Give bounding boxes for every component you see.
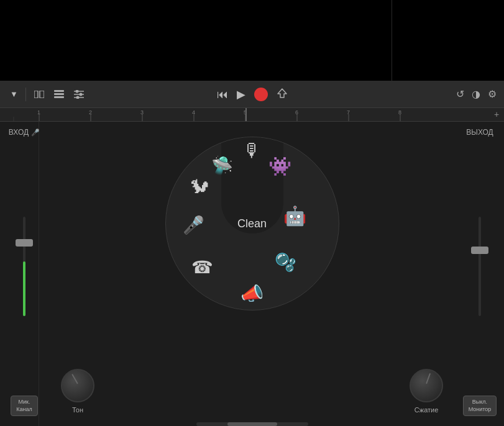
svg-text:7: 7	[347, 109, 350, 116]
tone-knob-group: Тон	[61, 369, 94, 414]
input-slider-fill	[23, 261, 25, 316]
sliders-icon	[74, 90, 84, 99]
layout-btn[interactable]	[31, 86, 47, 102]
compression-knob-label: Сжатие	[415, 406, 439, 414]
voice-icon-megaphone[interactable]: 📣	[241, 283, 263, 304]
compression-knob-group: Сжатие	[410, 369, 443, 414]
list-icon	[54, 90, 64, 99]
dropdown-button[interactable]: ▼	[7, 88, 21, 100]
output-slider-track[interactable]	[479, 217, 481, 316]
list-btn[interactable]	[51, 86, 67, 102]
voice-icon-alien[interactable]: 🛸	[211, 155, 233, 176]
voice-icon-squirrel[interactable]: 🐿	[190, 176, 209, 197]
mic-label: Мик.	[19, 399, 30, 405]
svg-text:8: 8	[398, 109, 401, 116]
voice-icon-robot[interactable]: 🤖	[283, 205, 306, 227]
svg-text:4: 4	[192, 109, 195, 116]
app-container: ▼	[0, 0, 504, 426]
ruler-svg: 1 2 3 4 5 6 7 8 +	[0, 108, 504, 122]
toolbar-right: ↺ ◑ ⚙	[456, 88, 497, 100]
channel-label: Канал	[16, 406, 32, 412]
monitor-button[interactable]: Выкл. Монитор	[463, 396, 497, 416]
toolbar: ▼	[0, 81, 504, 108]
output-label: ВЫХОД	[466, 128, 493, 137]
input-panel: ВХОД 🎤 Мик. Канал	[0, 122, 48, 426]
undo-button[interactable]: ↺	[456, 88, 464, 100]
svg-rect-3	[54, 93, 64, 95]
upload-icon	[277, 88, 288, 99]
knob-row: Тон Сжатие	[48, 369, 456, 414]
transport-controls: ⏮ ▶	[217, 88, 288, 101]
output-slider-container	[456, 142, 504, 392]
tone-knob-indicator	[71, 374, 78, 384]
mic-small-icon: 🎤	[31, 129, 40, 137]
record-button[interactable]	[254, 88, 268, 101]
brightness-button[interactable]: ◑	[472, 88, 480, 100]
compression-knob-indicator	[426, 373, 431, 384]
svg-text:3: 3	[140, 109, 144, 116]
voice-icon-bubbles[interactable]: 🫧	[275, 252, 296, 273]
input-label-row: ВХОД 🎤	[9, 128, 40, 137]
svg-rect-0	[34, 91, 38, 98]
top-black-area	[0, 0, 504, 81]
rewind-button[interactable]: ⏮	[217, 89, 228, 100]
scrollbar-thumb[interactable]	[227, 422, 277, 426]
svg-rect-1	[40, 91, 44, 98]
monitor-line2: Монитор	[469, 406, 492, 412]
svg-point-10	[76, 96, 79, 99]
compression-knob[interactable]	[410, 369, 443, 402]
svg-text:6: 6	[295, 109, 298, 116]
mic-channel-button[interactable]: Мик. Канал	[11, 396, 37, 416]
svg-text:1: 1	[37, 109, 40, 116]
upload-button[interactable]	[277, 88, 288, 101]
playhead-marker	[245, 108, 247, 121]
monitor-line1: Выкл.	[472, 399, 487, 405]
bottom-scrollbar[interactable]	[196, 422, 308, 426]
output-slider-thumb[interactable]	[471, 247, 488, 254]
svg-text:+: +	[494, 109, 499, 119]
settings-button[interactable]: ⚙	[488, 88, 497, 100]
voice-icon-mic-stand[interactable]: 🎤	[183, 215, 204, 235]
svg-rect-4	[54, 96, 64, 98]
input-slider-container	[0, 142, 48, 392]
tone-knob[interactable]	[61, 369, 94, 402]
input-slider-track[interactable]	[23, 217, 25, 316]
voice-icon-monster[interactable]: 👾	[268, 155, 291, 177]
voice-icon-mic-top[interactable]: 🎙	[243, 140, 262, 161]
toolbar-separator-1	[25, 88, 26, 101]
voice-icon-phone[interactable]: ☎	[191, 257, 213, 278]
tone-knob-label: Тон	[72, 406, 83, 414]
input-slider-thumb[interactable]	[16, 239, 33, 247]
svg-rect-2	[54, 90, 64, 92]
svg-text:2: 2	[89, 109, 92, 116]
vertical-guide-line	[392, 0, 392, 81]
center-panel: Clean 🎙 👾 🤖 🫧 📣 ☎ 🎤 🐿	[48, 122, 456, 426]
sliders-btn[interactable]	[71, 86, 87, 102]
timeline-ruler: 1 2 3 4 5 6 7 8 +	[0, 108, 504, 122]
svg-marker-11	[278, 89, 286, 97]
play-button[interactable]: ▶	[237, 89, 245, 100]
output-panel: ВЫХОД Выкл. Монитор	[456, 122, 504, 426]
main-content: ВХОД 🎤 Мик. Канал	[0, 122, 504, 426]
voice-wheel-container: Clean 🎙 👾 🤖 🫧 📣 ☎ 🎤 🐿	[159, 130, 346, 317]
input-label: ВХОД	[9, 128, 29, 137]
svg-point-6	[75, 90, 78, 93]
svg-point-8	[79, 93, 82, 96]
layout-icon	[34, 91, 44, 98]
